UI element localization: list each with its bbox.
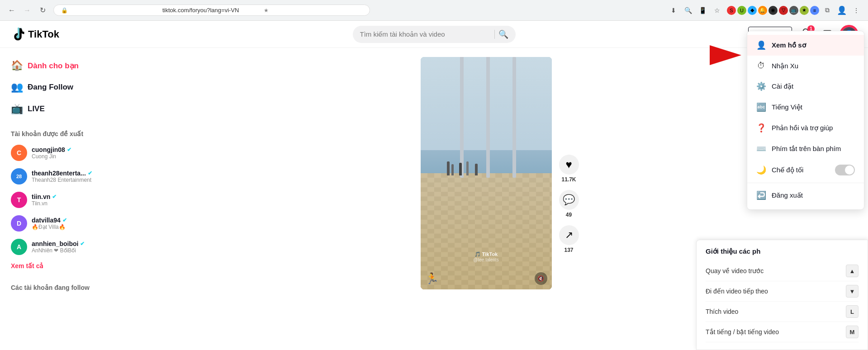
ground <box>421 173 552 289</box>
shortcut-prev-label: Quay về video trước <box>706 267 764 274</box>
dropdown-item-shortcuts[interactable]: ⌨️ Phím tắt trên bàn phím <box>747 138 864 159</box>
following-accounts-title: Các tài khoản đang follow <box>5 277 98 295</box>
ext-icon-1: S <box>727 6 736 15</box>
dropdown-divider <box>747 183 864 183</box>
dropdown-item-darkmode[interactable]: 🌙 Chế độ tối <box>747 159 864 181</box>
profile-label: Xem hồ sơ <box>772 41 855 49</box>
logout-icon: ↩️ <box>756 190 766 200</box>
browser-nav-buttons: ← → ↻ <box>5 4 49 17</box>
like-count: 11.7K <box>561 176 576 183</box>
language-label: Tiếng Việt <box>772 103 855 111</box>
like-button[interactable]: ♥ 11.7K <box>559 155 579 183</box>
shortcuts-icon: ⌨️ <box>756 144 766 154</box>
see-all-link[interactable]: Xem tất cả <box>5 259 98 273</box>
shortcuts-label: Phím tắt trên bàn phím <box>772 145 855 153</box>
dropdown-item-coins[interactable]: ⏱ Nhận Xu <box>747 56 864 76</box>
ext-icon-5: ◉ <box>768 6 778 15</box>
bookmark-btn[interactable]: ☆ <box>711 4 723 17</box>
checkerboard <box>421 173 552 289</box>
acc-info-cuongjin: cuongjin08 ✔ Cuong Jin <box>32 146 93 160</box>
tiktok-logo-icon <box>11 27 25 42</box>
settings-icon: ⚙️ <box>756 81 766 91</box>
arrow-shape <box>710 45 741 65</box>
sidebar-item-following[interactable]: 👥 Đang Follow <box>5 77 98 98</box>
mute-button[interactable]: 🔇 <box>535 272 547 285</box>
split-btn[interactable]: ⧉ <box>821 4 834 17</box>
ext-icon-4: 🔔 <box>758 6 767 15</box>
pole-1 <box>460 57 464 178</box>
acc-avatar-annhien: A <box>11 239 27 255</box>
zoom-btn[interactable]: 🔍 <box>682 4 694 17</box>
search-divider <box>494 30 495 39</box>
acc-avatar-datvilla: D <box>11 215 27 232</box>
download-btn[interactable]: ⬇ <box>667 4 680 17</box>
comment-count: 49 <box>566 212 572 218</box>
shortcuts-panel: Giới thiệu các ph Quay về video trước ▲ … <box>696 240 868 350</box>
acc-display-annhien: AnNhiên ❤ BốiBối <box>32 247 93 254</box>
acc-display-datvilla: 🔥Đạt Villa🔥 <box>32 224 93 230</box>
dropdown-item-language[interactable]: 🔤 Tiếng Việt <box>747 97 864 118</box>
video-player[interactable]: 🎵 TikTok @tee.talents 🏃 🔇 <box>421 57 552 289</box>
comment-icon: 💬 <box>559 190 579 210</box>
acc-avatar-theanh28: 28 <box>11 168 27 184</box>
heart-icon: ♥ <box>559 155 579 175</box>
suggested-account-theanh28[interactable]: 28 theanh28enterta... ✔ Theanh28 Enterta… <box>5 165 98 188</box>
search-bar[interactable]: 🔍 <box>353 26 516 43</box>
sidebar-item-for-you[interactable]: 🏠 Dành cho bạn <box>5 55 98 76</box>
sidebar-nav: 🏠 Dành cho bạn 👥 Đang Follow 📺 LIVE <box>5 55 98 119</box>
red-arrow-annotation <box>710 45 741 65</box>
feedback-icon: ❓ <box>756 123 766 133</box>
sidebar-label-following: Đang Follow <box>28 83 73 92</box>
profile-btn[interactable]: 👤 <box>835 4 848 17</box>
following-icon: 👥 <box>11 81 23 93</box>
coins-label: Nhận Xu <box>772 62 855 70</box>
verified-badge-4: ✔ <box>62 217 67 223</box>
darkmode-toggle[interactable] <box>835 165 855 175</box>
shortcuts-title: Giới thiệu các ph <box>706 247 859 255</box>
acc-name-datvilla: datvilla94 ✔ <box>32 217 93 224</box>
suggested-account-annhien[interactable]: A annhien_boiboi ✔ AnNhiên ❤ BốiBối <box>5 235 98 259</box>
suggested-account-tiin[interactable]: T tiin.vn ✔ Tiin.vn <box>5 188 98 212</box>
share-icon: ↗ <box>559 225 579 245</box>
browser-chrome: ← → ↻ 🔒 tiktok.com/foryou?lang=vi-VN ★ ⬇… <box>0 0 868 21</box>
sidebar: 🏠 Dành cho bạn 👥 Đang Follow 📺 LIVE Tài … <box>0 48 104 350</box>
home-icon: 🏠 <box>11 60 23 71</box>
cast-btn[interactable]: 📱 <box>696 4 709 17</box>
search-button[interactable]: 🔍 <box>498 29 508 39</box>
suggested-account-datvilla[interactable]: D datvilla94 ✔ 🔥Đạt Villa🔥 <box>5 212 98 235</box>
ext-icon-7: 📺 <box>789 6 798 15</box>
dropdown-item-logout[interactable]: ↩️ Đăng xuất <box>747 185 864 206</box>
ext-icon-9: ≡ <box>810 6 819 15</box>
dropdown-item-settings[interactable]: ⚙️ Cài đặt <box>747 76 864 97</box>
profile-icon: 👤 <box>756 40 766 50</box>
logo-text: TikTok <box>28 28 59 40</box>
comment-button[interactable]: 💬 49 <box>559 190 579 218</box>
menu-btn[interactable]: ⋮ <box>850 4 863 17</box>
reload-button[interactable]: ↻ <box>36 4 49 17</box>
live-icon: 📺 <box>11 103 23 115</box>
coins-icon: ⏱ <box>756 61 766 71</box>
tiktok-logo[interactable]: TikTok <box>11 27 59 42</box>
sidebar-item-live[interactable]: 📺 LIVE <box>5 99 98 119</box>
acc-info-tiin: tiin.vn ✔ Tiin.vn <box>32 193 93 207</box>
address-bar[interactable]: 🔒 tiktok.com/foryou?lang=vi-VN ★ <box>53 5 370 16</box>
suggested-account-cuongjin[interactable]: C cuongjin08 ✔ Cuong Jin <box>5 141 98 165</box>
ext-icon-3: ◆ <box>748 6 757 15</box>
settings-label: Cài đặt <box>772 82 855 90</box>
watermark-logo: 🎵 TikTok <box>473 251 498 257</box>
dropdown-item-feedback[interactable]: ❓ Phản hồi và trợ giúp <box>747 118 864 138</box>
shortcut-like-label: Thích video <box>706 308 738 315</box>
shortcut-next-label: Đi đến video tiếp theo <box>706 288 768 295</box>
dropdown-item-profile[interactable]: 👤 Xem hồ sơ <box>747 35 864 56</box>
ext-icon-6: ▽ <box>779 6 788 15</box>
video-scene: 🎵 TikTok @tee.talents 🏃 <box>421 57 552 289</box>
video-container: 🎵 TikTok @tee.talents 🏃 🔇 ♥ 11.7K <box>421 57 552 289</box>
toggle-knob <box>845 166 854 175</box>
forward-button[interactable]: → <box>21 4 33 17</box>
tiktok-header: TikTok 🔍 + Tải lên 1 <box>0 21 868 48</box>
svg-rect-4 <box>421 173 552 289</box>
sidebar-label-for-you: Dành cho bạn <box>28 61 79 71</box>
back-button[interactable]: ← <box>5 4 18 17</box>
search-input[interactable] <box>360 30 491 38</box>
share-button[interactable]: ↗ 137 <box>559 225 579 253</box>
